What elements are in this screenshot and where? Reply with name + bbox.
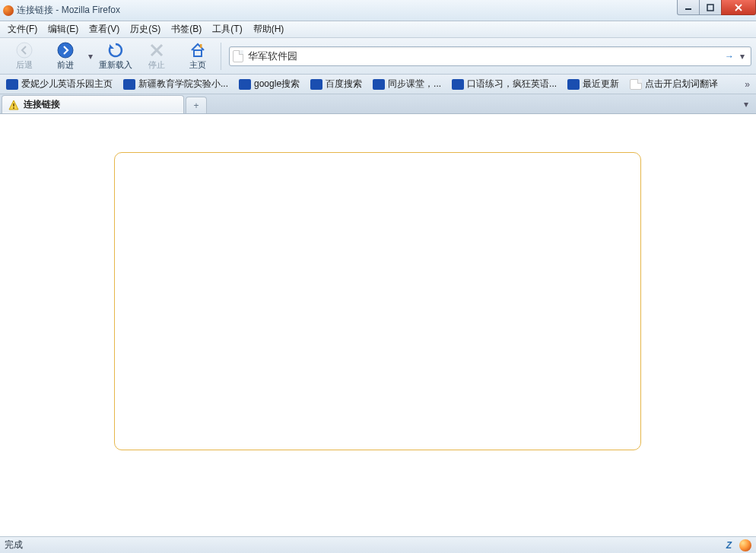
tab-bar: 连接链接 + ▾: [0, 94, 756, 114]
stop-button[interactable]: 停止: [137, 40, 176, 73]
bookmark-item[interactable]: 新疆教育学院实验小...: [119, 76, 233, 92]
bookmark-label: 最近更新: [583, 78, 619, 91]
go-button[interactable]: →: [722, 51, 737, 62]
back-icon: [16, 42, 33, 59]
menu-file[interactable]: 文件(F): [3, 21, 42, 37]
back-button[interactable]: 后退: [5, 40, 44, 73]
svg-rect-10: [200, 44, 202, 48]
warning-icon: [8, 100, 19, 110]
toolbar-separator: [221, 43, 221, 70]
bookmark-label: 新疆教育学院实验小...: [138, 78, 228, 91]
menu-tools[interactable]: 工具(T): [208, 21, 246, 37]
bookmark-item[interactable]: 最近更新: [563, 76, 624, 92]
bookmark-item[interactable]: 口语练习，疯狂英语...: [447, 76, 561, 92]
status-bar: 完成 Z: [0, 536, 756, 553]
stop-label: 停止: [148, 59, 165, 71]
bookmark-label: 口语练习，疯狂英语...: [467, 78, 557, 91]
window-controls: [678, 0, 756, 15]
site-favicon-icon: [239, 79, 251, 90]
forward-button[interactable]: 前进: [46, 40, 85, 73]
page-content: [0, 114, 756, 536]
browser-tab-active[interactable]: 连接链接: [2, 95, 184, 113]
site-favicon-icon: [567, 79, 580, 90]
home-label: 主页: [189, 59, 206, 71]
window-title: 连接链接 - Mozilla Firefox: [17, 4, 120, 17]
bookmark-item[interactable]: 百度搜索: [306, 76, 367, 92]
forward-label: 前进: [57, 59, 74, 71]
svg-point-12: [13, 107, 14, 109]
site-favicon-icon: [452, 79, 464, 90]
url-bar[interactable]: 华军软件园 → ▾: [229, 46, 751, 66]
site-favicon-icon: [310, 79, 322, 90]
menu-bookmarks[interactable]: 书签(B): [167, 21, 206, 37]
reload-button[interactable]: 重新载入: [96, 40, 135, 73]
page-favicon-icon: [630, 79, 642, 90]
svg-rect-9: [194, 50, 202, 56]
bookmark-label: google搜索: [254, 78, 300, 91]
window-close-button[interactable]: [721, 0, 756, 15]
navigation-toolbar: 后退 前进 ▾ 重新载入 停止 主页 华军软件园 → ▾: [0, 38, 756, 75]
svg-rect-1: [707, 5, 713, 11]
menu-history[interactable]: 历史(S): [125, 21, 165, 37]
url-history-dropdown[interactable]: ▾: [737, 51, 748, 62]
home-icon: [189, 42, 206, 59]
window-minimize-button[interactable]: [677, 0, 700, 15]
home-button[interactable]: 主页: [178, 40, 218, 73]
bookmark-label: 百度搜索: [326, 78, 362, 91]
new-tab-button[interactable]: +: [186, 97, 207, 113]
bookmark-item[interactable]: 爱妮少儿英语乐园主页: [2, 76, 117, 92]
bookmark-label: 点击开启划词翻译: [645, 78, 718, 91]
svg-point-4: [17, 43, 32, 58]
status-text: 完成: [5, 539, 23, 551]
forward-icon: [57, 42, 74, 59]
bookmark-item[interactable]: google搜索: [234, 76, 304, 92]
bookmark-label: 爱妮少儿英语乐园主页: [21, 78, 113, 91]
url-input[interactable]: 华军软件园: [248, 49, 722, 63]
menu-edit[interactable]: 编辑(E): [43, 21, 83, 37]
menu-bar: 文件(F) 编辑(E) 查看(V) 历史(S) 书签(B) 工具(T) 帮助(H…: [0, 21, 756, 38]
reload-icon: [107, 42, 124, 59]
menu-help[interactable]: 帮助(H): [249, 21, 289, 37]
tabs-list-dropdown[interactable]: ▾: [738, 99, 754, 110]
tab-title: 连接链接: [24, 98, 60, 111]
zotero-icon[interactable]: Z: [723, 540, 735, 551]
bookmark-label: 同步课堂，...: [388, 78, 441, 91]
reload-label: 重新载入: [99, 59, 132, 71]
firefox-status-icon[interactable]: [739, 539, 751, 551]
menu-view[interactable]: 查看(V): [84, 21, 124, 37]
bookmark-item[interactable]: 同步课堂，...: [368, 76, 446, 92]
site-favicon-icon: [6, 79, 18, 90]
content-frame: [114, 152, 641, 450]
back-label: 后退: [16, 59, 33, 71]
urlbar-container: 华军软件园 → ▾: [229, 46, 751, 66]
history-dropdown[interactable]: ▾: [87, 40, 94, 73]
window-maximize-button[interactable]: [699, 0, 722, 15]
stop-icon: [148, 42, 165, 59]
bookmarks-toolbar: 爱妮少儿英语乐园主页 新疆教育学院实验小... google搜索 百度搜索 同步…: [0, 75, 756, 94]
bookmarks-overflow[interactable]: »: [740, 79, 754, 90]
window-titlebar: 连接链接 - Mozilla Firefox: [0, 0, 756, 21]
page-icon: [233, 50, 243, 62]
bookmark-item[interactable]: 点击开启划词翻译: [625, 76, 723, 92]
site-favicon-icon: [123, 79, 135, 90]
site-favicon-icon: [373, 79, 385, 90]
firefox-icon: [3, 5, 14, 16]
